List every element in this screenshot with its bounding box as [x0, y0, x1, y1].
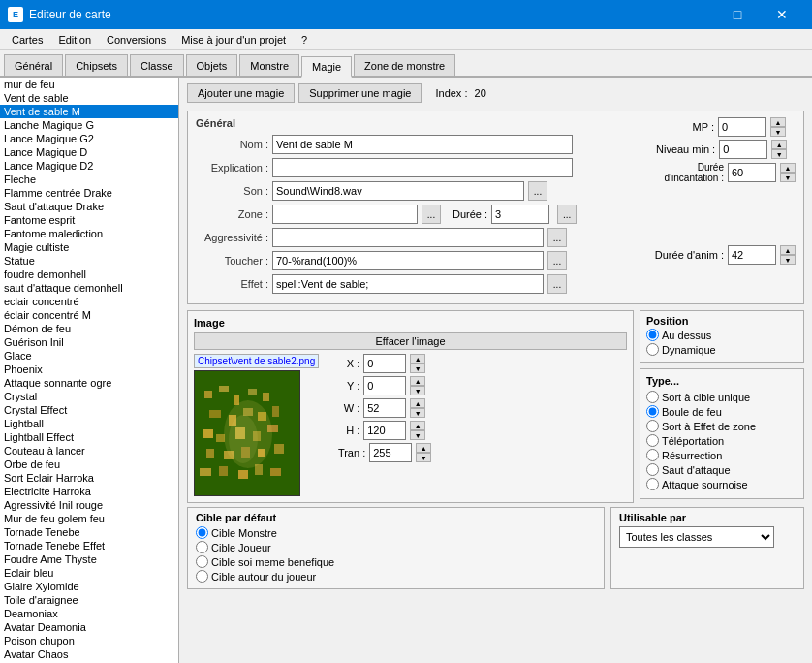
niveau-min-spin-down[interactable]: ▼: [771, 149, 787, 159]
type-teleportation[interactable]: Téléportation: [646, 434, 797, 447]
list-item[interactable]: Mur de feu golem feu: [0, 512, 178, 525]
x-input[interactable]: [363, 354, 406, 373]
zone-browse-button[interactable]: ...: [422, 205, 441, 224]
list-item[interactable]: Avatar Chaos: [0, 647, 178, 661]
list-item[interactable]: Lightball Effect: [0, 430, 178, 444]
tab-classe[interactable]: Classe: [130, 54, 184, 76]
cible-autour-joueur[interactable]: Cible autour du joueur: [196, 570, 596, 583]
duree-browse-button[interactable]: ...: [557, 205, 577, 224]
type-boule-feu[interactable]: Boule de feu: [646, 405, 797, 418]
close-button[interactable]: ✕: [760, 0, 804, 29]
type-attaque-sournoise[interactable]: Attaque sournoise: [646, 478, 797, 490]
cible-soi-benefique[interactable]: Cible soi meme benefique: [196, 555, 596, 568]
duree-input[interactable]: [491, 205, 549, 224]
duree-anim-spin-up[interactable]: ▲: [780, 245, 796, 255]
son-input[interactable]: [272, 181, 524, 201]
maximize-button[interactable]: □: [715, 0, 760, 29]
list-item[interactable]: Couteau à lancer: [0, 444, 178, 458]
remove-magic-button[interactable]: Supprimer une magie: [298, 83, 422, 103]
clear-image-button[interactable]: Effacer l'image: [194, 332, 627, 350]
tab-zone-de-monstre[interactable]: Zone de monstre: [354, 54, 455, 76]
duree-incant-spin-down[interactable]: ▼: [780, 173, 796, 182]
list-item[interactable]: Fantome malediction: [0, 227, 178, 240]
duree-anim-input[interactable]: [728, 245, 776, 265]
list-item[interactable]: foudre demonhell: [0, 268, 178, 281]
menu-conversions[interactable]: Conversions: [99, 29, 173, 50]
list-item[interactable]: Foudre Ame Thyste: [0, 552, 178, 566]
list-item-selected[interactable]: Vent de sable M: [0, 105, 178, 118]
list-item[interactable]: Lanche Magique G: [0, 118, 178, 132]
menu-edition[interactable]: Edition: [50, 29, 99, 50]
magic-list[interactable]: mur de feu Vent de sable Vent de sable M…: [0, 78, 179, 663]
list-item[interactable]: Lance Magique G2: [0, 132, 178, 145]
menu-cartes[interactable]: Cartes: [4, 29, 50, 50]
effet-input[interactable]: [272, 274, 544, 294]
cible-joueur[interactable]: Cible Joueur: [196, 541, 596, 553]
list-item[interactable]: Eclair bleu: [0, 566, 178, 580]
position-au-dessus[interactable]: Au dessus: [646, 329, 797, 341]
list-item[interactable]: Lance Magique D: [0, 145, 178, 159]
y-spin-down[interactable]: ▼: [410, 386, 425, 395]
niveau-min-input[interactable]: [719, 140, 767, 159]
aggressivite-browse-button[interactable]: ...: [547, 228, 567, 247]
aggressivite-input[interactable]: [272, 228, 544, 247]
list-item[interactable]: Sort Eclair Harroka: [0, 471, 178, 485]
duree-incant-input[interactable]: [728, 163, 776, 182]
list-item[interactable]: Orbe de feu: [0, 458, 178, 471]
list-item[interactable]: Magie cultiste: [0, 240, 178, 254]
tab-magie[interactable]: Magie: [301, 56, 352, 78]
list-item[interactable]: Tornade Tenebe: [0, 525, 178, 539]
type-resurrection[interactable]: Résurrection: [646, 449, 797, 461]
h-spin-up[interactable]: ▲: [410, 421, 425, 430]
list-item[interactable]: Poison chupon: [0, 634, 178, 647]
position-dynamique[interactable]: Dynamique: [646, 343, 797, 356]
tab-monstre[interactable]: Monstre: [239, 54, 299, 76]
type-saut-attaque[interactable]: Saut d'attaque: [646, 463, 797, 476]
list-item[interactable]: Agressivité Inil rouge: [0, 498, 178, 512]
toucher-browse-button[interactable]: ...: [547, 251, 567, 270]
list-item[interactable]: Crystal: [0, 390, 178, 403]
cible-monstre[interactable]: Cible Monstre: [196, 526, 596, 539]
list-item[interactable]: Avatar Deamonia: [0, 620, 178, 634]
explication-input[interactable]: [272, 158, 573, 177]
add-magic-button[interactable]: Ajouter une magie: [187, 83, 295, 103]
list-item[interactable]: Lance Magique D2: [0, 159, 178, 173]
type-effet-zone[interactable]: Sort à Effet de zone: [646, 420, 797, 432]
list-item[interactable]: Fantome esprit: [0, 213, 178, 227]
list-item[interactable]: eclair concentré: [0, 295, 178, 308]
list-item[interactable]: mur de feu: [0, 78, 178, 91]
list-item[interactable]: Crystal Effect: [0, 403, 178, 417]
list-item[interactable]: Démon de feu: [0, 322, 178, 335]
menu-mise-a-jour[interactable]: Mise à jour d'un projet: [173, 29, 294, 50]
list-item[interactable]: Electricite Harroka: [0, 485, 178, 498]
minimize-button[interactable]: —: [671, 0, 715, 29]
nom-input[interactable]: [272, 135, 573, 154]
list-item[interactable]: Attaque sonnante ogre: [0, 376, 178, 390]
list-item[interactable]: saut d'attaque demonhell: [0, 281, 178, 295]
effet-browse-button[interactable]: ...: [547, 274, 567, 294]
zone-input[interactable]: [272, 205, 418, 224]
mp-spin-up[interactable]: ▲: [770, 117, 786, 127]
w-spin-down[interactable]: ▼: [410, 408, 425, 418]
tran-spin-up[interactable]: ▲: [416, 443, 431, 453]
x-spin-up[interactable]: ▲: [410, 354, 425, 363]
list-item[interactable]: éclair concentré M: [0, 308, 178, 322]
x-spin-down[interactable]: ▼: [410, 363, 425, 373]
duree-incant-spin-up[interactable]: ▲: [780, 163, 796, 173]
list-item[interactable]: Statue: [0, 254, 178, 268]
list-item[interactable]: Glaire Xylomide: [0, 580, 178, 593]
niveau-min-spin-up[interactable]: ▲: [771, 140, 787, 149]
tab-objets[interactable]: Objets: [186, 54, 238, 76]
toucher-input[interactable]: [272, 251, 544, 270]
list-item[interactable]: Saut d'attaque Drake: [0, 200, 178, 213]
y-input[interactable]: [363, 376, 406, 395]
list-item[interactable]: Deamoniax: [0, 607, 178, 620]
tab-chipsets[interactable]: Chipsets: [65, 54, 128, 76]
list-item[interactable]: Tornade Tenebe Effet: [0, 539, 178, 552]
menu-help[interactable]: ?: [294, 29, 315, 50]
h-input[interactable]: [363, 421, 406, 440]
list-item[interactable]: Toile d'araignee: [0, 593, 178, 607]
tran-input[interactable]: [369, 443, 412, 462]
list-item[interactable]: Flamme centrée Drake: [0, 186, 178, 200]
w-input[interactable]: [363, 398, 406, 418]
